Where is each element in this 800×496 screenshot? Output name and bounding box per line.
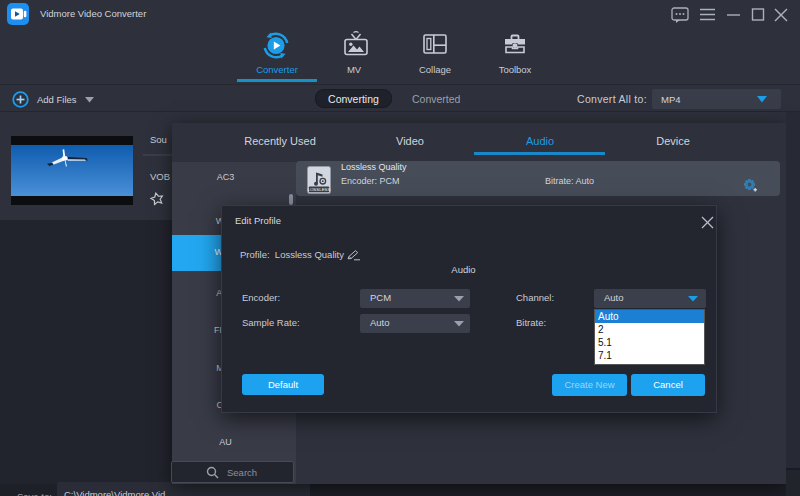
svg-text:LOSSLESS: LOSSLESS bbox=[308, 187, 331, 192]
